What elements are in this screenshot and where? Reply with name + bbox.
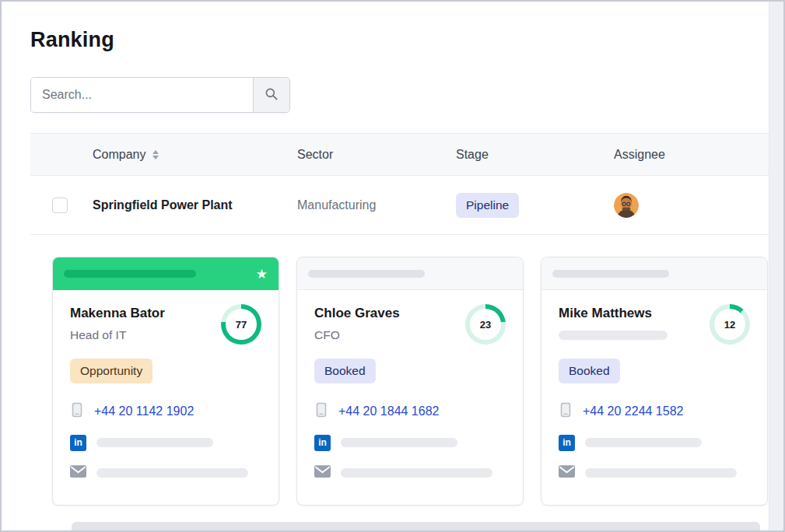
person-name: Makenna Bator: [70, 306, 165, 321]
search-icon: [264, 86, 279, 104]
star-icon[interactable]: ★: [256, 268, 268, 281]
status-badge: Booked: [314, 359, 376, 383]
score-ring: 23: [465, 304, 506, 345]
contact-card: Mike Matthews 12 Booked +4: [541, 257, 768, 506]
email-row: [314, 464, 506, 481]
score-ring: 12: [710, 304, 750, 345]
app-window: Ranking Company Sector Stage: [0, 0, 785, 532]
row-checkbox[interactable]: [52, 198, 68, 213]
assignee-cell: [614, 193, 770, 218]
person-role: Head of IT: [70, 328, 165, 342]
email-placeholder-bar: [585, 468, 737, 478]
company-name: Springfield Power Plant: [93, 198, 297, 212]
email-icon[interactable]: [559, 465, 575, 481]
header-placeholder-bar: [308, 270, 425, 278]
linkedin-row: in: [70, 434, 261, 451]
card-header: [297, 257, 523, 290]
phone-icon: [314, 402, 328, 421]
contact-list: +44 20 1844 1682 in: [314, 402, 506, 481]
phone-row: +44 20 1844 1682: [314, 402, 506, 421]
phone-row: +44 20 1142 1902: [70, 402, 261, 421]
contact-list: +44 20 2244 1582 in: [559, 402, 750, 481]
stage-badge: Pipeline: [456, 193, 519, 218]
person-role: CFO: [314, 328, 400, 342]
linkedin-row: in: [559, 434, 750, 451]
row-checkbox-cell: [30, 198, 93, 213]
page-title: Ranking: [30, 28, 783, 52]
phone-icon: [559, 402, 573, 421]
stage-cell: Pipeline: [456, 193, 614, 218]
status-badge: Booked: [559, 359, 620, 383]
linkedin-row: in: [314, 434, 506, 451]
sort-icon[interactable]: [152, 150, 159, 159]
next-section-placeholder: [72, 522, 760, 530]
email-row: [70, 464, 261, 481]
role-placeholder-bar: [559, 331, 668, 340]
contact-card: ★ Makenna Bator Head of IT 77 Opportunit…: [52, 257, 279, 506]
column-header-assignee: Assignee: [614, 148, 770, 162]
score-ring: 77: [221, 304, 261, 345]
card-body: Makenna Bator Head of IT 77 Opportunity: [53, 290, 279, 481]
contact-cards: ★ Makenna Bator Head of IT 77 Opportunit…: [52, 257, 783, 506]
linkedin-icon[interactable]: in: [314, 435, 331, 451]
email-icon[interactable]: [314, 465, 331, 481]
contact-card: Chloe Graves CFO 23 Booked: [296, 257, 524, 506]
phone-link[interactable]: +44 20 1844 1682: [338, 404, 439, 418]
card-body: Chloe Graves CFO 23 Booked: [297, 290, 523, 481]
search-input[interactable]: [31, 78, 253, 112]
linkedin-icon[interactable]: in: [70, 435, 86, 451]
card-header: ★: [53, 257, 279, 290]
linkedin-placeholder-bar: [341, 438, 457, 447]
phone-row: +44 20 2244 1582: [559, 402, 750, 421]
score-value: 77: [226, 309, 257, 340]
card-header: [541, 257, 767, 290]
linkedin-icon[interactable]: in: [559, 435, 575, 451]
email-icon[interactable]: [70, 465, 86, 481]
column-header-company-label: Company: [93, 148, 145, 161]
score-value: 23: [470, 309, 501, 340]
scrollbar-gutter: [769, 2, 783, 530]
card-body: Mike Matthews 12 Booked +4: [541, 290, 767, 481]
column-header-stage: Stage: [456, 148, 614, 162]
linkedin-placeholder-bar: [96, 438, 213, 447]
header-placeholder-bar: [64, 270, 196, 278]
linkedin-placeholder-bar: [585, 438, 702, 447]
table-header-row: Company Sector Stage Assignee: [30, 134, 770, 176]
contact-list: +44 20 1142 1902 in: [70, 402, 261, 481]
score-value: 12: [714, 309, 745, 340]
main-content: Ranking Company Sector Stage: [2, 2, 783, 506]
sector-value: Manufacturing: [297, 198, 456, 212]
search-button[interactable]: [253, 78, 289, 112]
header-placeholder-bar: [552, 270, 669, 278]
table-row: Springfield Power Plant Manufacturing Pi…: [30, 176, 770, 235]
assignee-avatar[interactable]: [614, 193, 639, 218]
email-row: [559, 464, 750, 481]
phone-icon: [70, 402, 84, 421]
person-name: Chloe Graves: [314, 306, 400, 321]
status-badge: Opportunity: [70, 359, 152, 383]
person-name: Mike Matthews: [559, 306, 668, 321]
email-placeholder-bar: [341, 468, 492, 478]
phone-link[interactable]: +44 20 1142 1902: [94, 404, 194, 418]
column-header-company[interactable]: Company: [93, 148, 297, 162]
ranking-table: Company Sector Stage Assignee Springfiel…: [30, 133, 770, 235]
phone-link[interactable]: +44 20 2244 1582: [583, 404, 683, 418]
search-bar: [30, 77, 290, 113]
column-header-sector: Sector: [297, 148, 456, 162]
email-placeholder-bar: [96, 468, 248, 478]
